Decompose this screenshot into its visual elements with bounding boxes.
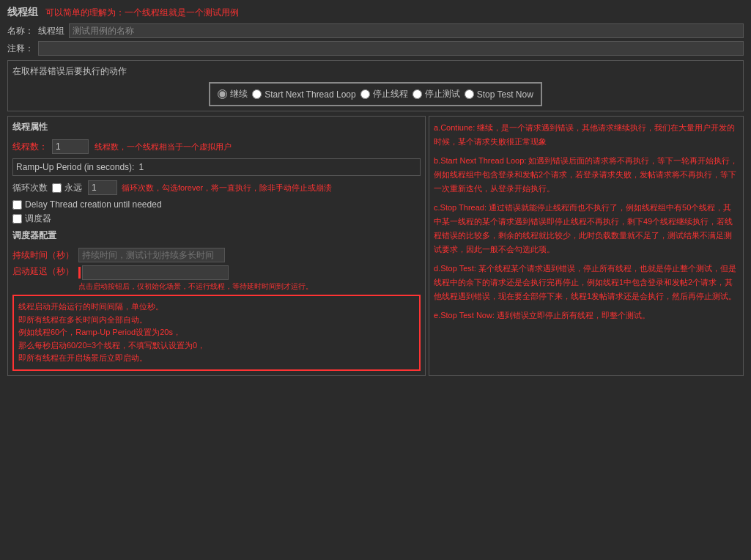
startup-delay-row: 启动延迟（秒） 点击启动按钮后，仅初始化场景，不运行线程，等待延时时间到才运行。 xyxy=(12,265,421,292)
delay-thread-checkbox-label[interactable]: Delay Thread creation until needed xyxy=(12,199,162,210)
right-info-d: d.Stop Test: 某个线程某个请求遇到错误，停止所有线程，也就是停止整个… xyxy=(434,262,739,303)
radio-stop-test-now-label: Stop Test Now xyxy=(477,89,533,100)
forever-label: 永远 xyxy=(64,182,82,194)
delay-thread-row: Delay Thread creation until needed xyxy=(12,199,421,210)
radio-stop-thread[interactable]: 停止线程 xyxy=(360,88,408,100)
rampup-label: Ramp-Up Period (in seconds): xyxy=(16,162,134,172)
page-title: 线程组 xyxy=(7,6,38,19)
radio-stop-test-now-input[interactable] xyxy=(465,89,474,99)
loop-label: 循环次数 xyxy=(12,182,48,194)
delay-thread-checkbox[interactable] xyxy=(12,200,22,210)
duration-row: 持续时间（秒） xyxy=(12,248,421,262)
startup-delay-label: 启动延迟（秒） xyxy=(12,265,78,278)
name-row: 名称： 线程组 xyxy=(7,23,744,38)
thread-count-row: 线程数： 线程数，一个线程相当于一个虚拟用户 xyxy=(12,139,421,154)
thread-count-desc: 线程数，一个线程相当于一个虚拟用户 xyxy=(95,141,232,152)
forever-checkbox-label[interactable]: 永远 xyxy=(52,182,82,194)
startup-delay-input[interactable] xyxy=(82,265,229,280)
loop-input[interactable] xyxy=(88,180,117,195)
radio-continue-input[interactable] xyxy=(218,89,227,99)
comment-label: 注释： xyxy=(7,43,34,55)
radio-next-thread-loop[interactable]: Start Next Thread Loop xyxy=(252,89,356,100)
duration-label: 持续时间（秒） xyxy=(12,249,78,262)
radio-stop-thread-input[interactable] xyxy=(360,89,370,99)
right-info: a.Contiune: 继续，是一个请求遇到错误，其他请求继续执行，我们在大量用… xyxy=(434,121,739,323)
thread-props-title: 线程属性 xyxy=(12,121,421,135)
radio-continue[interactable]: 继续 xyxy=(218,88,248,100)
rampup-row: Ramp-Up Period (in seconds): xyxy=(12,158,421,176)
radio-stop-thread-label: 停止线程 xyxy=(373,88,408,100)
radio-stop-test-now[interactable]: Stop Test Now xyxy=(465,89,533,100)
forever-checkbox[interactable] xyxy=(52,183,62,193)
loop-desc: 循环次数，勾选forever，将一直执行，除非手动停止或崩溃 xyxy=(122,183,332,194)
radio-stop-test[interactable]: 停止测试 xyxy=(413,88,460,100)
right-info-c: c.Stop Thread: 通过错误就能停止线程而也不执行了，例如线程组中有5… xyxy=(434,201,739,256)
right-info-b: b.Start Next Thread Loop: 如遇到错误后面的请求将不再执… xyxy=(434,154,739,195)
left-info-box: 线程启动开始运行的时间间隔，单位秒。即所有线程在多长时间内全部自动。例如线程60… xyxy=(12,295,421,371)
loop-row: 循环次数 永远 循环次数，勾选forever，将一直执行，除非手动停止或崩溃 xyxy=(12,180,421,195)
scheduler-config-title: 调度器配置 xyxy=(12,229,421,243)
name-input[interactable] xyxy=(69,23,744,38)
error-action-title: 在取样器错误后要执行的动作 xyxy=(12,65,739,78)
thread-count-label: 线程数： xyxy=(12,141,48,153)
rampup-input[interactable] xyxy=(138,161,168,174)
delay-thread-label: Delay Thread creation until needed xyxy=(25,199,162,210)
scheduler-checkbox-label[interactable]: 调度器 xyxy=(12,213,51,225)
right-info-a: a.Contiune: 继续，是一个请求遇到错误，其他请求继续执行，我们在大量用… xyxy=(434,121,739,148)
header-subtitle: 可以简单的理解为：一个线程组就是一个测试用例 xyxy=(45,7,239,19)
thread-count-input[interactable] xyxy=(52,139,89,154)
radio-stop-test-input[interactable] xyxy=(413,89,422,99)
left-column: 线程属性 线程数： 线程数，一个线程相当于一个虚拟用户 Ramp-Up Peri… xyxy=(7,116,426,376)
scheduler-label: 调度器 xyxy=(25,213,51,225)
radio-next-thread-loop-input[interactable] xyxy=(252,89,262,99)
scheduler-row: 调度器 xyxy=(12,213,421,225)
startup-delay-desc: 点击启动按钮后，仅初始化场景，不运行线程，等待延时时间到才运行。 xyxy=(78,281,313,292)
radio-group: 继续 Start Next Thread Loop 停止线程 停止测试 Stop… xyxy=(209,82,542,106)
page-container: 线程组 可以简单的理解为：一个线程组就是一个测试用例 名称： 线程组 注释： 在… xyxy=(0,0,751,386)
left-info-text: 线程启动开始运行的时间间隔，单位秒。即所有线程在多长时间内全部自动。例如线程60… xyxy=(18,302,205,362)
right-column: a.Contiune: 继续，是一个请求遇到错误，其他请求继续执行，我们在大量用… xyxy=(429,116,744,376)
radio-stop-test-label: 停止测试 xyxy=(425,88,460,100)
error-action-panel: 在取样器错误后要执行的动作 继续 Start Next Thread Loop … xyxy=(7,60,744,111)
comment-input[interactable] xyxy=(38,41,744,56)
comment-row: 注释： xyxy=(7,41,744,56)
two-col-section: 线程属性 线程数： 线程数，一个线程相当于一个虚拟用户 Ramp-Up Peri… xyxy=(7,116,744,376)
scheduler-config: 调度器配置 持续时间（秒） 启动延迟（秒） 点击启动按钮后，仅初始化场景，不 xyxy=(12,229,421,292)
name-prefix: 线程组 xyxy=(38,25,64,37)
header-row: 线程组 可以简单的理解为：一个线程组就是一个测试用例 xyxy=(7,6,744,19)
right-info-e: e.Stop Test Now: 遇到错误立即停止所有线程，即整个测试。 xyxy=(434,309,739,323)
duration-input[interactable] xyxy=(78,248,225,262)
radio-next-thread-loop-label: Start Next Thread Loop xyxy=(264,89,356,100)
scheduler-checkbox[interactable] xyxy=(12,214,22,224)
radio-continue-label: 继续 xyxy=(230,88,248,100)
name-label: 名称： xyxy=(7,25,34,37)
